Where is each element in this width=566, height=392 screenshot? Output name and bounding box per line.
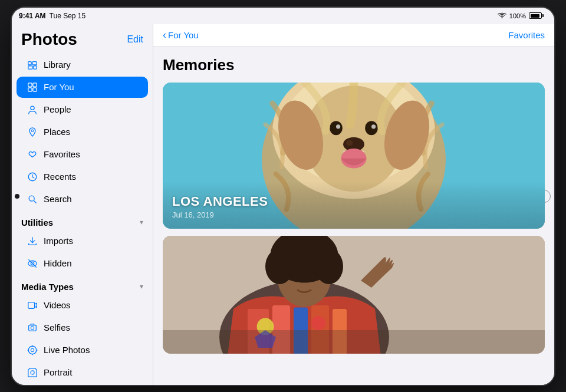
sidebar-item-label-videos: Videos: [44, 300, 71, 310]
sidebar-item-recents[interactable]: Recents: [17, 166, 148, 187]
content-area: ‹ For You Favorites Memories: [153, 24, 554, 385]
live-photos-icon: [26, 344, 39, 357]
svg-point-8: [31, 106, 34, 110]
svg-rect-2: [28, 65, 32, 68]
sidebar-item-label-recents: Recents: [44, 172, 76, 182]
media-types-title: Media Types: [21, 282, 74, 292]
places-icon: [26, 126, 39, 139]
memory-location: LOS ANGELES: [172, 194, 268, 209]
memory-card-image-1: LOS ANGELES Jul 16, 2019: [163, 83, 545, 229]
sidebar-item-label-search: Search: [44, 194, 72, 204]
svg-rect-3: [34, 65, 37, 68]
svg-rect-5: [33, 83, 37, 86]
wifi-icon: [498, 12, 506, 19]
back-button[interactable]: ‹ For You: [163, 29, 199, 41]
sidebar-item-library[interactable]: Library: [17, 54, 148, 75]
memory-card-los-angeles[interactable]: LOS ANGELES Jul 16, 2019: [163, 83, 545, 229]
status-time: 9:41 AM: [19, 12, 46, 20]
sidebar-item-favorites[interactable]: Favorites: [17, 144, 148, 165]
svg-point-17: [31, 326, 34, 329]
sidebar-item-label-foryou: For You: [44, 82, 74, 92]
library-icon: [26, 58, 39, 71]
sidebar-item-videos[interactable]: Videos: [17, 295, 148, 316]
sidebar-item-label-portrait: Portrait: [44, 367, 72, 377]
memory-card-image-2: [163, 236, 545, 354]
svg-rect-0: [28, 61, 31, 64]
sidebar-item-label-imports: Imports: [44, 236, 73, 246]
svg-point-35: [371, 124, 376, 129]
search-icon: [26, 193, 39, 206]
left-dot: [15, 194, 19, 199]
svg-rect-4: [28, 83, 32, 86]
sidebar-item-hidden[interactable]: Hidden: [17, 253, 148, 274]
hidden-icon: [26, 257, 39, 270]
battery-percent: 100%: [509, 12, 526, 19]
svg-point-24: [31, 370, 34, 374]
edit-button[interactable]: Edit: [127, 34, 143, 45]
back-chevron-icon: ‹: [163, 29, 166, 41]
utilities-section-header[interactable]: Utilities ▾: [12, 210, 153, 230]
favorites-icon: [26, 148, 39, 161]
status-right: 100%: [498, 12, 544, 19]
memories-title: Memories: [163, 56, 545, 74]
svg-point-11: [29, 196, 34, 201]
selfies-icon: [26, 321, 39, 334]
sidebar-item-live-photos[interactable]: Live Photos: [17, 340, 148, 361]
svg-point-9: [31, 129, 34, 131]
media-types-section-header[interactable]: Media Types ▾: [12, 275, 153, 294]
portrait-icon: [26, 366, 39, 379]
main-area: Photos Edit Library: [12, 24, 554, 385]
svg-rect-1: [32, 61, 37, 64]
sidebar-item-label-library: Library: [44, 60, 71, 70]
memory-caption-1: LOS ANGELES Jul 16, 2019: [172, 194, 268, 219]
sidebar-item-imports[interactable]: Imports: [17, 230, 148, 252]
svg-point-33: [365, 121, 378, 135]
ipad-frame: 9:41 AM Tue Sep 15 100%: [12, 8, 554, 385]
memory-card-portrait[interactable]: [163, 236, 545, 354]
svg-point-34: [336, 124, 340, 129]
svg-point-37: [346, 140, 353, 146]
sidebar-item-selfies[interactable]: Selfies: [17, 317, 148, 338]
sidebar-item-places[interactable]: Places: [17, 121, 148, 143]
svg-rect-6: [28, 87, 32, 91]
utilities-title: Utilities: [21, 218, 53, 228]
favorites-nav-button[interactable]: Favorites: [508, 30, 545, 40]
svg-rect-7: [33, 87, 37, 91]
person-illustration: [163, 236, 545, 354]
utilities-chevron: ▾: [140, 218, 143, 226]
sidebar-item-label-selfies: Selfies: [44, 322, 70, 332]
media-types-chevron: ▾: [140, 282, 143, 291]
sidebar-item-label-hidden: Hidden: [44, 258, 72, 268]
svg-rect-59: [163, 330, 545, 354]
svg-rect-16: [29, 325, 37, 331]
memory-date: Jul 16, 2019: [172, 210, 268, 219]
svg-rect-15: [28, 302, 35, 308]
sidebar-item-label-places: Places: [44, 127, 70, 137]
content-nav: ‹ For You Favorites: [153, 24, 554, 47]
sidebar-title: Photos: [21, 30, 77, 49]
sidebar-item-label-live-photos: Live Photos: [44, 345, 90, 355]
sidebar-item-portrait[interactable]: Portrait: [17, 362, 148, 383]
people-icon: [26, 103, 39, 116]
sidebar-item-label-favorites: Favorites: [44, 149, 80, 159]
svg-point-19: [31, 348, 34, 351]
sidebar-item-people[interactable]: People: [17, 99, 148, 120]
status-bar: 9:41 AM Tue Sep 15 100%: [12, 8, 554, 24]
for-you-icon: [26, 81, 39, 94]
svg-point-18: [28, 346, 37, 354]
sidebar-item-search[interactable]: Search: [17, 189, 148, 210]
back-label: For You: [168, 30, 199, 40]
svg-point-32: [330, 121, 343, 135]
sidebar-item-long-exposure[interactable]: Long Exposure: [17, 384, 148, 385]
sidebar-header: Photos Edit: [12, 24, 153, 54]
sidebar-item-for-you[interactable]: For You: [17, 77, 148, 98]
recents-icon: [26, 170, 39, 183]
status-date: Tue Sep 15: [50, 12, 86, 20]
svg-point-58: [310, 272, 317, 281]
svg-point-57: [291, 272, 298, 281]
content-body: Memories: [153, 47, 554, 385]
imports-icon: [26, 235, 39, 248]
sidebar: Photos Edit Library: [12, 24, 153, 385]
videos-icon: [26, 299, 39, 312]
svg-point-51: [311, 316, 325, 330]
